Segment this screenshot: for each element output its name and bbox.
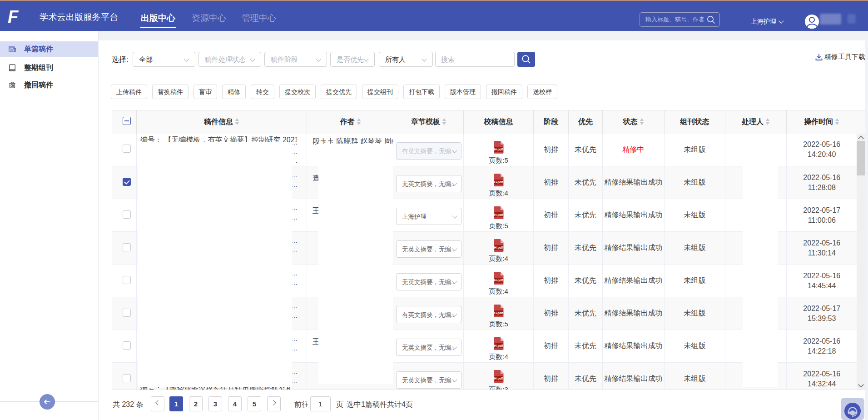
sort-icon[interactable] bbox=[235, 118, 239, 125]
header-search-box[interactable] bbox=[640, 12, 720, 27]
sidebar-item-withdrawn-manuscript[interactable]: 撤回稿件 bbox=[0, 77, 98, 93]
submit-proof-button[interactable]: 提交校次 bbox=[279, 85, 316, 99]
pdf-icon[interactable]: H-pdf bbox=[494, 239, 504, 252]
select-all-checkbox[interactable] bbox=[123, 117, 131, 125]
scrollbar-thumb[interactable] bbox=[857, 141, 865, 175]
chevron-down-icon bbox=[779, 19, 785, 24]
row-checkbox[interactable] bbox=[123, 210, 131, 219]
chapter-template-select[interactable]: 上海护理 bbox=[396, 208, 461, 225]
filter-select-process-status[interactable]: 稿件处理状态 bbox=[198, 52, 261, 67]
row-checkbox[interactable] bbox=[123, 243, 131, 251]
pdf-icon[interactable]: H-pdf bbox=[494, 337, 504, 350]
pdf-icon[interactable]: H-pdf bbox=[494, 141, 504, 154]
prev-page-button[interactable] bbox=[151, 396, 164, 411]
sort-icon[interactable] bbox=[766, 118, 770, 125]
row-checkbox[interactable] bbox=[123, 145, 131, 153]
pdf-icon[interactable]: H-pdf bbox=[494, 370, 504, 383]
page-suffix: 页 bbox=[336, 400, 343, 410]
page-button-4[interactable]: 4 bbox=[228, 396, 242, 411]
trash-icon bbox=[8, 81, 16, 89]
cell-priority: 未优先 bbox=[569, 330, 603, 363]
sidebar-item-issue-assembly[interactable]: 整期组刊 bbox=[0, 60, 98, 75]
nav-tab-resource-center[interactable]: 资源中心 bbox=[192, 12, 226, 24]
row-checkbox[interactable] bbox=[123, 178, 131, 186]
filter-select-priority[interactable]: 是否优先 bbox=[330, 52, 375, 67]
sort-icon[interactable] bbox=[357, 118, 361, 125]
sort-icon[interactable] bbox=[640, 118, 644, 125]
row-checkbox[interactable] bbox=[123, 276, 131, 284]
scroll-down-arrow[interactable] bbox=[858, 382, 864, 388]
upload-button[interactable]: 上传稿件 bbox=[111, 85, 147, 99]
search-button[interactable] bbox=[517, 52, 535, 67]
cell-status: 精修结果输出成功 bbox=[603, 363, 665, 390]
package-download-button[interactable]: 打包下载 bbox=[403, 85, 440, 99]
row-checkbox[interactable] bbox=[123, 341, 131, 350]
chapter-template-select[interactable]: 无英文摘要，无编... bbox=[396, 339, 461, 356]
collapse-back-button[interactable] bbox=[40, 394, 55, 410]
nav-tab-publish-center[interactable]: 出版中心 bbox=[141, 12, 175, 24]
operate-clock: 15:39:53 bbox=[787, 314, 857, 324]
filter-select-owner[interactable]: 所有人 bbox=[379, 52, 433, 67]
withdraw-button[interactable]: 撤回稿件 bbox=[486, 85, 522, 99]
chapter-template-select[interactable]: 无英文摘要，无编... bbox=[396, 273, 461, 290]
col-header-handler[interactable]: 处理人 bbox=[725, 110, 787, 134]
chapter-template-select[interactable]: 无英文摘要，无编... bbox=[396, 240, 461, 258]
goto-page-input[interactable] bbox=[310, 396, 331, 411]
chapter-template-select[interactable]: 有英文摘要，无编... bbox=[396, 306, 461, 323]
cell-operate-time: 2022-05-16 14:45:44 bbox=[787, 265, 865, 297]
sidebar: 单篇稿件 整期组刊 撤回稿件 bbox=[0, 31, 99, 420]
page-button-2[interactable]: 2 bbox=[189, 396, 203, 411]
col-header-operate-time[interactable]: 操作时间 bbox=[787, 110, 865, 134]
brand-logo[interactable]: F bbox=[8, 9, 29, 25]
download-tool-link[interactable]: 精修工具下载 bbox=[815, 53, 865, 61]
operate-date: 2022-05-16 bbox=[787, 336, 857, 346]
row-checkbox-cell bbox=[112, 330, 137, 363]
chapter-template-select[interactable]: 无英文摘要，无编... bbox=[396, 175, 461, 192]
sort-icon[interactable] bbox=[835, 118, 839, 125]
version-manage-button[interactable]: 版本管理 bbox=[445, 85, 481, 99]
sort-icon[interactable] bbox=[442, 118, 446, 125]
row-checkbox[interactable] bbox=[123, 309, 131, 317]
pdf-icon[interactable]: H-pdf bbox=[494, 174, 504, 186]
avatar[interactable] bbox=[805, 15, 819, 29]
page-button-3[interactable]: 3 bbox=[208, 396, 222, 411]
refine-button[interactable]: 精修 bbox=[222, 85, 246, 99]
row-checkbox[interactable] bbox=[123, 374, 131, 382]
pdf-icon[interactable]: H-pdf bbox=[494, 272, 504, 285]
col-header-chapter-template[interactable]: 章节模板 bbox=[394, 110, 464, 134]
transfer-button[interactable]: 转交 bbox=[251, 85, 274, 99]
filter-search-box[interactable] bbox=[435, 52, 515, 67]
col-header-author[interactable]: 作者 bbox=[307, 110, 394, 134]
submit-issue-button[interactable]: 提交组刊 bbox=[362, 85, 398, 99]
cell-journal-status: 未组版 bbox=[665, 199, 725, 232]
filter-search-input[interactable] bbox=[436, 52, 514, 66]
pdf-icon[interactable]: H-pdf bbox=[494, 305, 504, 317]
sidebar-item-single-manuscript[interactable]: 单篇稿件 bbox=[0, 41, 98, 57]
submit-priority-button[interactable]: 提交优先 bbox=[321, 85, 357, 99]
pdf-icon[interactable]: H-pdf bbox=[494, 206, 504, 219]
chapter-template-select[interactable]: 无英文摘要，无编... bbox=[396, 371, 461, 389]
page-count: 页数:4 bbox=[464, 189, 533, 198]
page-button-1[interactable]: 1 bbox=[169, 396, 183, 411]
cell-operate-time: 2022-05-16 11:30:14 bbox=[787, 232, 865, 265]
user-menu[interactable]: 上海护理 bbox=[751, 18, 776, 26]
chat-support-button[interactable] bbox=[841, 398, 864, 420]
page-right-gutter bbox=[865, 31, 868, 420]
table-scrollbar[interactable] bbox=[857, 134, 865, 390]
window-top-edge bbox=[0, 0, 868, 1]
col-header-manuscript-info[interactable]: 稿件信息 bbox=[137, 110, 307, 134]
blind-review-button[interactable]: 盲审 bbox=[193, 85, 217, 99]
col-header-proof-info: 校稿信息 bbox=[464, 110, 534, 134]
chapter-template-select[interactable]: 有英文摘要，无编... bbox=[396, 142, 461, 160]
header-search-input[interactable] bbox=[640, 13, 704, 25]
next-page-button[interactable] bbox=[267, 396, 281, 411]
replace-button[interactable]: 替换稿件 bbox=[152, 85, 188, 99]
nav-tab-manage-center[interactable]: 管理中心 bbox=[242, 12, 276, 24]
send-proof-button[interactable]: 送校样 bbox=[527, 85, 557, 99]
page-button-5[interactable]: 5 bbox=[248, 396, 261, 411]
arrow-left-icon bbox=[43, 397, 52, 406]
scroll-up-arrow[interactable] bbox=[858, 135, 864, 141]
filter-select-stage[interactable]: 稿件阶段 bbox=[264, 52, 327, 67]
col-header-status[interactable]: 状态 bbox=[603, 110, 665, 134]
filter-select-scope[interactable]: 全部 bbox=[133, 52, 195, 67]
